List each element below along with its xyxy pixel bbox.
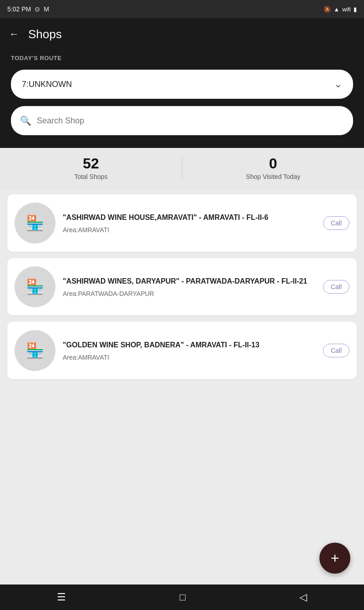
shop-avatar: 🏪 <box>15 203 56 244</box>
plus-icon: + <box>331 550 339 567</box>
shop-area: Area:AMRAVATI <box>63 226 316 234</box>
menu-icon[interactable]: ☰ <box>46 588 77 607</box>
back-nav-icon[interactable]: ◁ <box>288 588 318 607</box>
dropdown-value: 7:UNKNOWN <box>22 80 72 89</box>
shop-info: "GOLDEN WINE SHOP, BADNERA" - AMRAVATI -… <box>63 340 316 361</box>
route-dropdown[interactable]: 7:UNKNOWN ⌄ <box>11 70 353 99</box>
shop-card[interactable]: 🏪 "ASHIRWAD WINES, DARYAPUR" - PARATWADA… <box>7 258 357 315</box>
visited-shops-stat: 0 Shop Visited Today <box>182 155 364 180</box>
add-shop-button[interactable]: + <box>319 543 350 574</box>
shop-card[interactable]: 🏪 "ASHIRWAD WINE HOUSE,AMRAVATI" - AMRAV… <box>7 194 357 252</box>
battery-icon: ▮ <box>354 6 357 13</box>
shop-avatar: 🏪 <box>15 266 56 307</box>
signal-icon: ▲ <box>334 6 339 13</box>
shop-store-icon: 🏪 <box>26 278 44 295</box>
total-shops-number: 52 <box>83 155 99 172</box>
total-shops-label: Total Shops <box>74 173 107 180</box>
home-icon[interactable]: □ <box>169 588 197 607</box>
shop-area: Area:AMRAVATI <box>63 354 316 361</box>
stats-row: 52 Total Shops 0 Shop Visited Today <box>0 148 364 188</box>
shop-name: "ASHIRWAD WINE HOUSE,AMRAVATI" - AMRAVAT… <box>63 213 316 223</box>
status-bar: 5:02 PM ⊙ M 🔕 ▲ wifi ▮ <box>0 0 364 18</box>
shop-name: "GOLDEN WINE SHOP, BADNERA" - AMRAVATI -… <box>63 340 316 350</box>
shop-info: "ASHIRWAD WINES, DARYAPUR" - PARATWADA-D… <box>63 276 316 297</box>
circle-icon: ⊙ <box>35 5 40 13</box>
shop-store-icon: 🏪 <box>26 342 44 359</box>
gmail-icon: M <box>44 5 49 13</box>
chevron-down-icon: ⌄ <box>334 78 342 90</box>
back-button[interactable]: ← <box>9 28 19 40</box>
search-icon: 🔍 <box>20 115 31 126</box>
header: ← Shops <box>0 18 364 50</box>
status-left: 5:02 PM ⊙ M <box>7 5 49 13</box>
status-right: 🔕 ▲ wifi ▮ <box>324 6 357 13</box>
call-button[interactable]: Call <box>323 344 349 357</box>
visited-number: 0 <box>269 155 277 172</box>
controls-area: TODAY'S ROUTE 7:UNKNOWN ⌄ 🔍 <box>0 50 364 148</box>
search-input[interactable] <box>37 116 344 126</box>
shop-list: 🏪 "ASHIRWAD WINE HOUSE,AMRAVATI" - AMRAV… <box>0 188 364 610</box>
visited-label: Shop Visited Today <box>246 173 300 180</box>
shop-avatar: 🏪 <box>15 330 56 371</box>
call-button[interactable]: Call <box>323 216 349 230</box>
call-button[interactable]: Call <box>323 280 349 294</box>
wifi-icon: wifi <box>342 6 351 13</box>
page-title: Shops <box>28 27 62 41</box>
total-shops-stat: 52 Total Shops <box>0 155 182 180</box>
status-time: 5:02 PM <box>7 5 31 13</box>
shop-name: "ASHIRWAD WINES, DARYAPUR" - PARATWADA-D… <box>63 276 316 286</box>
search-container: 🔍 <box>11 106 353 135</box>
bell-mute-icon: 🔕 <box>324 6 331 13</box>
shop-info: "ASHIRWAD WINE HOUSE,AMRAVATI" - AMRAVAT… <box>63 213 316 234</box>
shop-card[interactable]: 🏪 "GOLDEN WINE SHOP, BADNERA" - AMRAVATI… <box>7 322 357 379</box>
route-label: TODAY'S ROUTE <box>11 55 353 61</box>
bottom-nav: ☰ □ ◁ <box>0 585 364 610</box>
shop-store-icon: 🏪 <box>26 214 44 232</box>
shop-area: Area:PARATWADA-DARYAPUR <box>63 290 316 297</box>
